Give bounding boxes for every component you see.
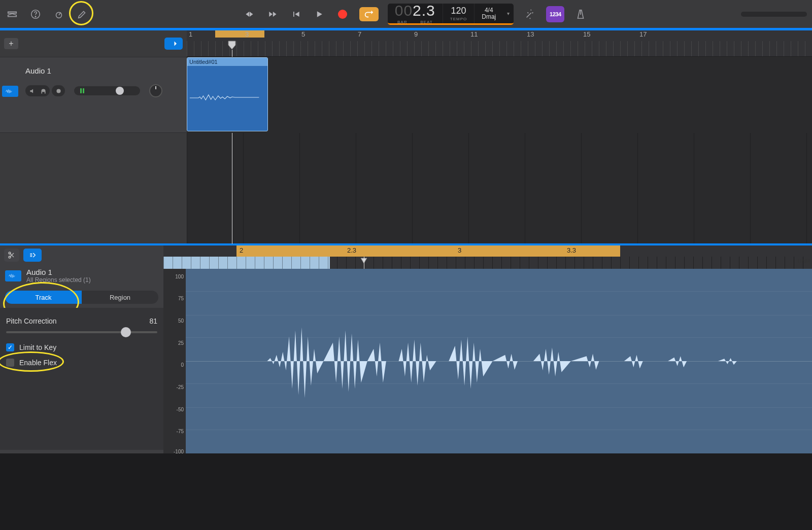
help-icon[interactable]: [28, 7, 43, 21]
fast-forward-button[interactable]: [266, 8, 279, 21]
editor-bar-number: 2: [240, 246, 243, 254]
bar-ruler[interactable]: 1 3 5 7 9 11 13 15 17: [187, 30, 812, 57]
enable-flex-checkbox[interactable]: [6, 359, 14, 367]
lcd-dropdown-icon[interactable]: ▾: [503, 11, 514, 16]
lcd-key: Dmaj: [482, 14, 496, 20]
editor-track-title: Audio 1: [26, 268, 91, 276]
top-toolbar: 002.3 BAR BEAT 120 TEMPO 4/4 Dmaj ▾ 1234: [0, 0, 812, 28]
tab-region[interactable]: Region: [82, 291, 158, 304]
headphones-icon[interactable]: [40, 87, 47, 94]
track-name: Audio 1: [25, 66, 181, 75]
metronome-icon[interactable]: [573, 7, 588, 21]
bar-number: 17: [639, 30, 647, 38]
editor-bar-number: 2.3: [347, 246, 356, 254]
record-button[interactable]: [336, 8, 349, 21]
mute-icon[interactable]: [28, 87, 36, 94]
lcd-bar-value: 2.3: [413, 4, 435, 19]
catch-playhead-editor-button[interactable]: [23, 249, 42, 262]
bar-number: 5: [301, 30, 305, 38]
tuner-icon[interactable]: [52, 7, 66, 21]
rewind-button[interactable]: [243, 8, 256, 21]
arrange-timeline[interactable]: 1 3 5 7 9 11 13 15 17 Untitled#01: [187, 30, 812, 243]
svg-point-1: [35, 16, 36, 16]
track-region-tabs[interactable]: Track Region: [5, 291, 158, 304]
limit-to-key-checkbox[interactable]: ✓: [6, 343, 14, 351]
limit-to-key-label: Limit to Key: [19, 343, 56, 351]
volume-slider[interactable]: [74, 86, 140, 95]
track-type-icon: [2, 86, 18, 97]
editor-bar-number: 3: [458, 246, 461, 254]
track-lane[interactable]: Untitled#01: [187, 57, 812, 133]
track-headers: + Audio 1: [0, 30, 187, 243]
bar-number: 7: [358, 30, 361, 38]
bar-number: 1: [189, 30, 192, 38]
master-meter: [741, 12, 807, 17]
editor-icon[interactable]: [75, 7, 89, 21]
editor-y-axis: 100 75 50 25 0 -25 -50 -75 -100: [163, 269, 186, 453]
add-track-button[interactable]: +: [4, 38, 18, 49]
tab-track[interactable]: Track: [5, 291, 82, 304]
input-monitor-icon[interactable]: [55, 87, 62, 94]
scissors-icon[interactable]: [4, 249, 19, 262]
track-header[interactable]: Audio 1: [0, 57, 187, 133]
tracks-pane: + Audio 1: [0, 30, 812, 243]
playhead-marker[interactable]: [228, 41, 236, 50]
svg-point-2: [56, 12, 62, 18]
bar-number: 13: [527, 30, 534, 38]
pitch-correction-slider[interactable]: [6, 331, 157, 333]
editor-ruler[interactable]: 2 2.3 3 3.3 Untit: [163, 245, 812, 269]
audio-region[interactable]: Untitled#01: [187, 57, 268, 131]
go-to-start-button[interactable]: [289, 8, 302, 21]
editor-region-tag: Untit: [797, 258, 810, 265]
pitch-correction-value: 81: [149, 317, 157, 325]
wand-icon[interactable]: [523, 7, 537, 21]
inspector-panel: Audio 1 All Regions selected (1) Track R…: [0, 245, 163, 453]
transport-controls: [243, 7, 379, 21]
library-icon[interactable]: [5, 7, 19, 21]
editor-waveform: [186, 269, 812, 453]
pan-knob[interactable]: [149, 84, 162, 97]
cycle-button[interactable]: [359, 7, 379, 21]
pitch-correction-label: Pitch Correction: [6, 317, 57, 325]
enable-flex-label: Enable Flex: [19, 359, 57, 367]
lcd-display[interactable]: 002.3 BAR BEAT 120 TEMPO 4/4 Dmaj ▾: [388, 4, 514, 25]
editor-waveform-canvas[interactable]: [186, 269, 812, 453]
lcd-bar-pad: 00: [395, 4, 413, 19]
editor-track-icon: [5, 270, 21, 281]
cycle-region[interactable]: [215, 30, 264, 38]
bar-number: 3: [245, 30, 249, 38]
region-waveform: [189, 93, 266, 103]
bar-number: 15: [583, 30, 590, 38]
bar-number: 11: [470, 30, 478, 38]
countin-button[interactable]: 1234: [546, 6, 564, 22]
editor-cycle-region[interactable]: [236, 245, 620, 257]
catch-playhead-button[interactable]: [164, 38, 183, 50]
editor-track-sub: All Regions selected (1): [26, 276, 91, 284]
editor-bar-number: 3.3: [567, 246, 576, 254]
audio-editor[interactable]: 2 2.3 3 3.3 Untit 100 75 50 25 0 -25 -50…: [163, 245, 812, 453]
play-button[interactable]: [313, 8, 326, 21]
svg-point-3: [56, 89, 60, 93]
editor-pane: Audio 1 All Regions selected (1) Track R…: [0, 245, 812, 453]
lcd-tempo: 120: [451, 6, 466, 15]
bar-number: 9: [414, 30, 418, 38]
region-title: Untitled#01: [187, 58, 267, 66]
